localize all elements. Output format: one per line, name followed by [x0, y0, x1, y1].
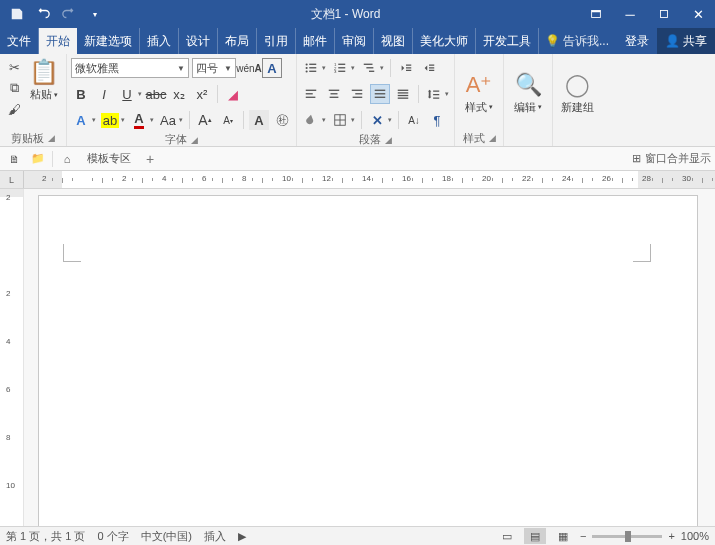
bold-button[interactable]: B	[71, 84, 91, 104]
align-center-button[interactable]	[324, 84, 344, 104]
decrease-indent-button[interactable]	[396, 58, 416, 78]
tab-developer[interactable]: 开发工具	[476, 28, 539, 54]
font-color-button[interactable]: A	[129, 110, 149, 130]
page-area[interactable]	[24, 189, 715, 526]
chevron-down-icon[interactable]: ▾	[120, 116, 126, 124]
font-launcher-icon[interactable]: ◢	[191, 135, 198, 145]
align-distributed-button[interactable]	[393, 84, 413, 104]
format-painter-icon[interactable]: 🖌	[4, 100, 24, 118]
chevron-down-icon[interactable]: ▼	[220, 64, 232, 73]
home-icon[interactable]: ⌂	[57, 150, 77, 168]
chevron-down-icon[interactable]: ▾	[321, 116, 327, 124]
underline-button[interactable]: U	[117, 84, 137, 104]
zoom-in-icon[interactable]: +	[668, 530, 674, 542]
chevron-down-icon[interactable]: ▾	[379, 64, 385, 72]
undo-icon[interactable]	[32, 3, 54, 25]
align-right-button[interactable]	[347, 84, 367, 104]
qat-customize-icon[interactable]: ▾	[84, 3, 106, 25]
font-name-combo[interactable]: 微软雅黑▼	[71, 58, 189, 78]
share-button[interactable]: 👤共享	[657, 28, 715, 54]
page-indicator[interactable]: 第 1 页，共 1 页	[6, 529, 85, 544]
tab-view[interactable]: 视图	[374, 28, 413, 54]
chevron-down-icon[interactable]: ▼	[173, 64, 185, 73]
paragraph-launcher-icon[interactable]: ◢	[385, 135, 392, 145]
newgroup-button[interactable]: ◯ 新建组	[557, 56, 597, 130]
sort-button[interactable]: A↓	[404, 110, 424, 130]
tab-new-option[interactable]: 新建选项	[77, 28, 140, 54]
character-border-button[interactable]: A	[262, 58, 282, 78]
word-count[interactable]: 0 个字	[97, 529, 128, 544]
chevron-down-icon[interactable]: ▾	[444, 90, 450, 98]
ruler-corner[interactable]: L	[0, 171, 24, 188]
align-justify-button[interactable]	[370, 84, 390, 104]
redo-icon[interactable]	[58, 3, 80, 25]
chevron-down-icon[interactable]: ▾	[321, 64, 327, 72]
chevron-down-icon[interactable]: ▾	[149, 116, 155, 124]
align-left-button[interactable]	[301, 84, 321, 104]
tab-file[interactable]: 文件	[0, 28, 39, 54]
shading-button[interactable]	[301, 110, 321, 130]
show-marks-button[interactable]: ¶	[427, 110, 447, 130]
clear-formatting-button[interactable]: ◢	[223, 84, 243, 104]
increase-indent-button[interactable]	[419, 58, 439, 78]
styles-button[interactable]: A⁺ 样式▾	[459, 56, 499, 130]
tab-home[interactable]: 开始	[39, 28, 77, 54]
text-effects-button[interactable]: A	[71, 110, 91, 130]
chevron-down-icon[interactable]: ▾	[387, 116, 393, 124]
merge-windows-icon[interactable]: ⊞	[632, 152, 641, 165]
chevron-down-icon[interactable]: ▾	[350, 116, 356, 124]
paper[interactable]	[38, 195, 698, 526]
tab-layout[interactable]: 布局	[218, 28, 257, 54]
highlight-button[interactable]: ab	[100, 110, 120, 130]
font-size-combo[interactable]: 四号▼	[192, 58, 236, 78]
styles-launcher-icon[interactable]: ◢	[489, 133, 496, 143]
tab-references[interactable]: 引用	[257, 28, 296, 54]
clipboard-launcher-icon[interactable]: ◢	[48, 133, 55, 143]
tell-me[interactable]: 💡告诉我...	[539, 28, 615, 54]
tab-design[interactable]: 设计	[179, 28, 218, 54]
open-folder-icon[interactable]: 📁	[28, 150, 48, 168]
cut-icon[interactable]: ✂	[4, 58, 24, 76]
insert-mode[interactable]: 插入	[204, 529, 226, 544]
close-icon[interactable]: ✕	[681, 0, 715, 28]
phonetic-guide-button[interactable]: wénA	[239, 58, 259, 78]
add-tab-icon[interactable]: +	[141, 150, 159, 168]
copy-icon[interactable]: ⧉	[4, 79, 24, 97]
save-icon[interactable]	[6, 3, 28, 25]
grow-font-button[interactable]: A▴	[195, 110, 215, 130]
new-doc-icon[interactable]: 🗎	[4, 150, 24, 168]
line-spacing-button[interactable]	[424, 84, 444, 104]
merge-windows-label[interactable]: 窗口合并显示	[645, 151, 711, 166]
asian-layout-button[interactable]: ✕	[367, 110, 387, 130]
superscript-button[interactable]: x²	[192, 84, 212, 104]
enclose-characters-button[interactable]: ㊓	[272, 110, 292, 130]
paste-button[interactable]: 📋 粘贴▾	[26, 56, 62, 102]
templates-tab[interactable]: 模板专区	[81, 151, 137, 166]
chevron-down-icon[interactable]: ▾	[91, 116, 97, 124]
tab-review[interactable]: 审阅	[335, 28, 374, 54]
editing-button[interactable]: 🔍 编辑▾	[508, 56, 548, 130]
italic-button[interactable]: I	[94, 84, 114, 104]
tab-beautify[interactable]: 美化大师	[413, 28, 476, 54]
maximize-icon[interactable]	[647, 0, 681, 28]
chevron-down-icon[interactable]: ▾	[350, 64, 356, 72]
login-button[interactable]: 登录	[617, 28, 657, 54]
shrink-font-button[interactable]: A▾	[218, 110, 238, 130]
borders-button[interactable]	[330, 110, 350, 130]
zoom-out-icon[interactable]: −	[580, 530, 586, 542]
bullets-button[interactable]	[301, 58, 321, 78]
ribbon-options-icon[interactable]	[579, 0, 613, 28]
macro-indicator[interactable]: ▶	[238, 530, 246, 543]
character-shading-button[interactable]: A	[249, 110, 269, 130]
language-indicator[interactable]: 中文(中国)	[141, 529, 192, 544]
tab-mailings[interactable]: 邮件	[296, 28, 335, 54]
web-layout-icon[interactable]: ▦	[552, 528, 574, 544]
print-layout-icon[interactable]: ▤	[524, 528, 546, 544]
change-case-button[interactable]: Aa	[158, 110, 178, 130]
chevron-down-icon[interactable]: ▾	[137, 90, 143, 98]
zoom-thumb[interactable]	[625, 531, 631, 542]
strikethrough-button[interactable]: abc	[146, 84, 166, 104]
horizontal-ruler[interactable]: L 224681012141618202224262830	[0, 171, 715, 189]
multilevel-list-button[interactable]	[359, 58, 379, 78]
minimize-icon[interactable]: ─	[613, 0, 647, 28]
